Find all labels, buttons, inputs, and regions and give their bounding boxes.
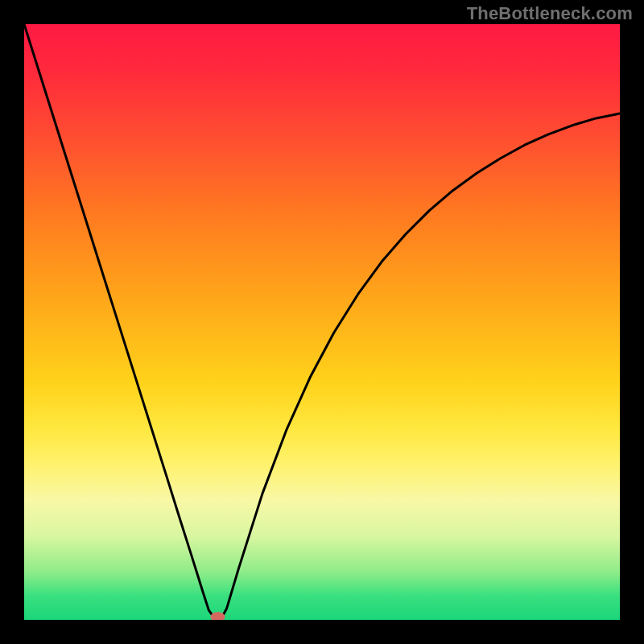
chart-svg <box>24 24 620 620</box>
watermark-text: TheBottleneck.com <box>467 5 633 23</box>
chart-stage: TheBottleneck.com <box>0 0 644 644</box>
plot-area <box>24 24 620 620</box>
series-line <box>24 24 620 619</box>
